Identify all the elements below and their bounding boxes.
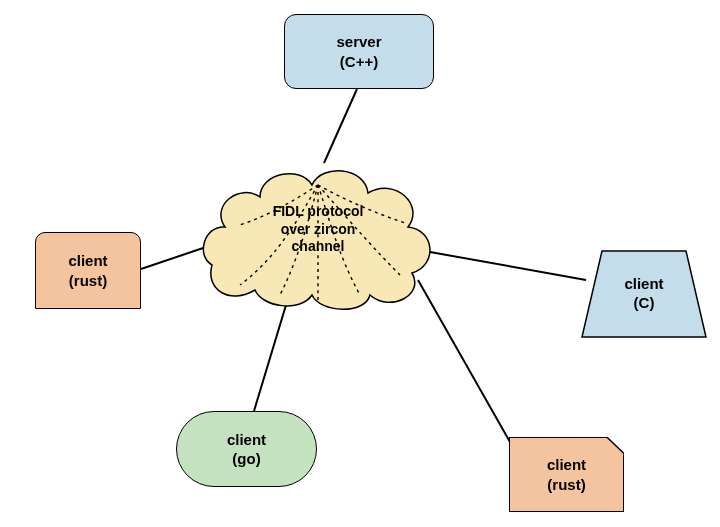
client-c-lang: (C) [634, 294, 655, 313]
protocol-cloud: FIDL protocol over zircon channel [200, 155, 436, 313]
client-go-name: client [227, 430, 266, 450]
cloud-line1: FIDL protocol [273, 203, 364, 221]
svg-line-2 [254, 305, 286, 411]
client-rust-left: client (rust) [35, 232, 141, 309]
client-c: client (C) [580, 249, 708, 339]
client-rust-bottom-right: client (rust) [509, 437, 624, 512]
client-c-name: client [624, 275, 663, 294]
server-name: server [336, 32, 381, 52]
client-rust-br-lang: (rust) [547, 475, 585, 495]
server-box: server (C++) [284, 14, 434, 89]
cloud-label: FIDL protocol over zircon channel [200, 203, 436, 256]
cloud-line2: over zircon [281, 221, 356, 239]
server-lang: (C++) [340, 52, 378, 72]
svg-line-4 [430, 252, 586, 280]
client-rust-left-lang: (rust) [69, 271, 107, 291]
client-rust-left-name: client [68, 251, 107, 271]
cloud-line3: channel [292, 238, 345, 256]
client-go: client (go) [176, 411, 317, 487]
svg-line-0 [324, 89, 357, 163]
client-go-lang: (go) [232, 449, 260, 469]
client-rust-br-name: client [547, 455, 586, 475]
